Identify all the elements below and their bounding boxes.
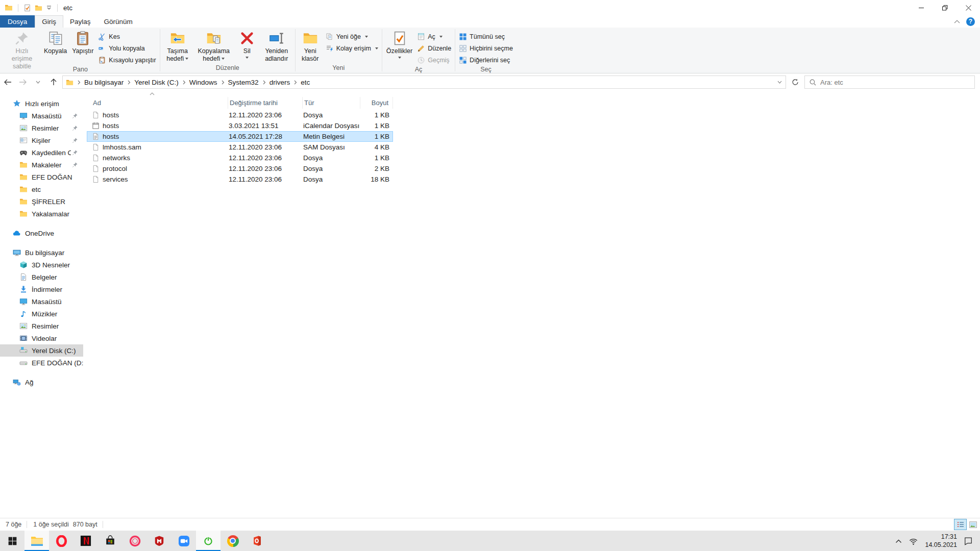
rename-button[interactable]: Yeniden adlandır	[260, 29, 293, 63]
sidebar-item[interactable]: Yakalamalar	[0, 208, 83, 220]
sidebar-item[interactable]: Yerel Disk (C:)	[0, 344, 83, 357]
sidebar-item[interactable]: 3D Nesneler	[0, 259, 83, 271]
sidebar-item[interactable]: Resimler	[0, 122, 83, 134]
easy-access-icon	[326, 44, 334, 53]
details-view-button[interactable]	[954, 519, 967, 530]
ribbon-group-new: Yeni klasör Yeni öğe Kolay erişim Yeni	[296, 28, 382, 73]
minimize-button[interactable]	[910, 0, 933, 15]
search-box[interactable]	[804, 76, 975, 89]
open-button[interactable]: Aç	[417, 32, 451, 42]
large-icons-view-button[interactable]	[967, 519, 979, 530]
new-item-button[interactable]: Yeni öğe	[326, 32, 378, 42]
copy-to-button[interactable]: Kopyalama hedefi	[193, 29, 234, 63]
back-button[interactable]	[1, 76, 14, 89]
breadcrumb-segment[interactable]: etc	[290, 79, 310, 86]
taskbar-office[interactable]	[245, 531, 270, 551]
recent-locations-icon[interactable]	[32, 76, 44, 89]
address-dropdown-icon[interactable]	[773, 76, 786, 88]
column-header-type[interactable]: Tür	[303, 97, 360, 109]
taskbar-chrome[interactable]	[220, 531, 245, 551]
breadcrumb-segment[interactable]: drivers	[259, 79, 290, 86]
forward-button[interactable]	[16, 76, 29, 89]
history-button[interactable]: Geçmiş	[417, 55, 451, 65]
select-all-button[interactable]: Tümünü seç	[459, 32, 513, 42]
breadcrumb-segment[interactable]: Windows	[179, 79, 217, 86]
invert-selection-button[interactable]: Diğerlerini seç	[459, 55, 513, 65]
up-button[interactable]	[47, 76, 60, 89]
table-row[interactable]: hosts 14.05.2021 17:28 Metin Belgesi 1 K…	[87, 131, 393, 142]
sidebar-item[interactable]: Kişiler	[0, 134, 83, 146]
taskbar-opera-gx[interactable]	[122, 531, 147, 551]
paste-button[interactable]: Yapıştır	[69, 29, 96, 63]
pin-to-quick-access-button[interactable]: Hızlı erişime sabitle	[3, 29, 41, 63]
breadcrumb-segment[interactable]: System32	[217, 79, 259, 86]
table-row[interactable]: hosts 12.11.2020 23:06 Dosya 1 KB	[87, 110, 393, 120]
cut-button[interactable]: Kes	[98, 32, 156, 42]
restore-button[interactable]	[933, 0, 957, 15]
tab-share[interactable]: Paylaş	[63, 15, 97, 28]
properties-shortcut-icon[interactable]	[23, 4, 31, 12]
sidebar-item[interactable]: Müzikler	[0, 308, 83, 320]
sidebar-item[interactable]: EFE DOĞAN (D:)	[0, 357, 83, 369]
taskbar-power-app[interactable]	[196, 531, 220, 551]
column-header-date[interactable]: Değiştirme tarihi	[228, 97, 303, 109]
sidebar-item[interactable]: Bu bilgisayar	[0, 246, 83, 259]
taskbar-mcafee[interactable]	[147, 531, 172, 551]
wifi-icon[interactable]	[909, 537, 918, 545]
paste-shortcut-button[interactable]: Kısayolu yapıştır	[98, 55, 156, 65]
help-icon[interactable]: ?	[966, 17, 975, 26]
sidebar-item[interactable]: etc	[0, 183, 83, 195]
table-row[interactable]: networks 12.11.2020 23:06 Dosya 1 KB	[87, 153, 393, 163]
sidebar-item[interactable]: OneDrive	[0, 227, 83, 239]
tab-home[interactable]: Giriş	[35, 15, 63, 28]
sidebar-item[interactable]: Masaüstü	[0, 110, 83, 122]
collapse-ribbon-icon[interactable]	[954, 19, 960, 23]
sidebar-item[interactable]: Makaleler	[0, 159, 83, 171]
taskbar-opera[interactable]	[49, 531, 74, 551]
close-button[interactable]	[957, 0, 980, 15]
sidebar-item[interactable]: Kaydedilen Oyunlar	[0, 146, 83, 159]
tab-view[interactable]: Görünüm	[97, 15, 139, 28]
search-input[interactable]	[820, 79, 970, 86]
pin-icon	[72, 113, 78, 119]
hidden-icons-chevron-icon[interactable]	[895, 539, 902, 543]
sidebar-item[interactable]: Resimler	[0, 320, 83, 332]
new-folder-shortcut-icon[interactable]	[35, 4, 42, 12]
taskbar-file-explorer[interactable]	[24, 531, 49, 551]
sidebar-item[interactable]: Belgeler	[0, 271, 83, 283]
column-header-size[interactable]: Boyut	[360, 97, 393, 109]
column-header-name[interactable]: Ad	[91, 97, 228, 109]
taskbar-netflix[interactable]	[74, 531, 98, 551]
sidebar-item[interactable]: Ağ	[0, 376, 83, 388]
tab-file[interactable]: Dosya	[0, 15, 35, 28]
table-row[interactable]: services 12.11.2020 23:06 Dosya 18 KB	[87, 174, 393, 185]
taskbar-clock[interactable]: 17:31 14.05.2021	[925, 533, 957, 549]
table-row[interactable]: hosts 3.03.2021 13:51 iCalendar Dosyası …	[87, 120, 393, 131]
delete-button[interactable]: Sil	[234, 29, 260, 63]
easy-access-button[interactable]: Kolay erişim	[326, 43, 378, 54]
sidebar-item[interactable]: Masaüstü	[0, 295, 83, 308]
action-center-icon[interactable]	[964, 537, 973, 545]
edit-button[interactable]: Düzenle	[417, 43, 451, 54]
refresh-icon[interactable]	[789, 76, 802, 89]
table-row[interactable]: lmhosts.sam 12.11.2020 23:06 SAM Dosyası…	[87, 142, 393, 153]
sidebar-item[interactable]: Videolar	[0, 332, 83, 344]
breadcrumb[interactable]: Bu bilgisayar Yerel Disk (C:) Wi	[62, 76, 786, 89]
new-folder-button[interactable]: Yeni klasör	[297, 29, 324, 63]
copy-path-button[interactable]: Yolu kopyala	[98, 43, 156, 54]
sidebar-item[interactable]: Hızlı erişim	[0, 97, 83, 110]
taskbar-zoom[interactable]	[172, 531, 196, 551]
taskbar-microsoft-store[interactable]	[98, 531, 122, 551]
move-to-button[interactable]: Taşıma hedefi	[162, 29, 193, 63]
properties-button[interactable]: Özellikler	[384, 29, 415, 63]
customize-qat-icon[interactable]	[46, 5, 52, 11]
sidebar-item[interactable]: İndirmeler	[0, 283, 83, 295]
start-button[interactable]	[0, 531, 24, 551]
table-row[interactable]: protocol 12.11.2020 23:06 Dosya 2 KB	[87, 163, 393, 174]
select-none-button[interactable]: Hiçbirini seçme	[459, 43, 513, 54]
sidebar-item[interactable]: EFE DOĞAN	[0, 171, 83, 183]
sidebar-item[interactable]: ŞİFRELER	[0, 195, 83, 208]
breadcrumb-segment[interactable]: Yerel Disk (C:)	[124, 79, 179, 86]
breadcrumb-segment[interactable]: Bu bilgisayar	[74, 79, 124, 86]
copy-button[interactable]: Kopyala	[41, 29, 69, 63]
